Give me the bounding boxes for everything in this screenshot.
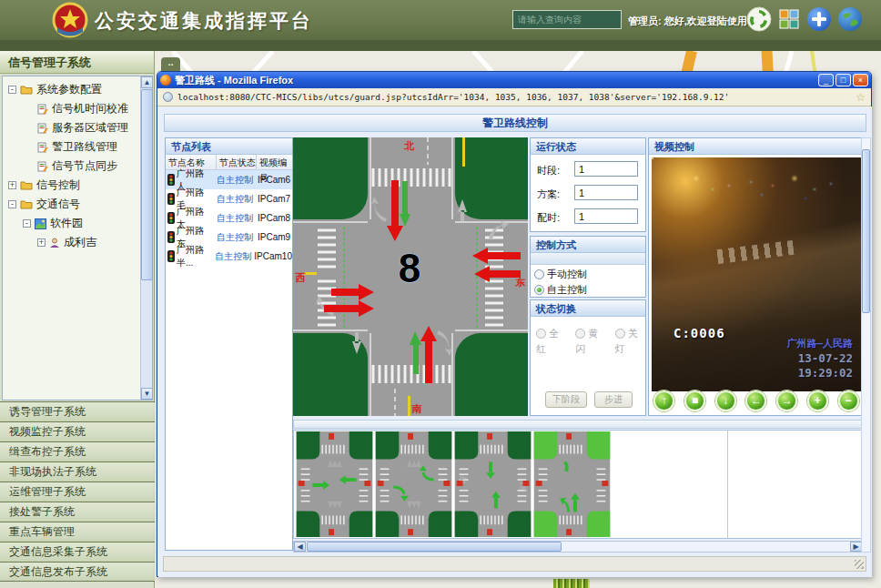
radio-disabled-icon: [536, 329, 546, 339]
west-label: 西: [295, 272, 307, 283]
auto-control-radio[interactable]: 自主控制: [534, 282, 645, 298]
traffic-light-icon: [167, 212, 175, 224]
col-node-status: 节点状态: [217, 155, 257, 169]
sidebar-item-video-surveillance[interactable]: 视频监控子系统: [0, 421, 155, 441]
ptz-stop-button[interactable]: ■: [684, 390, 705, 411]
scroll-down-icon[interactable]: ▼: [141, 388, 153, 400]
document-edit-icon: [37, 142, 48, 153]
tree-item-server-region[interactable]: 服务器区域管理: [5, 118, 139, 137]
app-header: 公安交通集成指挥平台 管理员: 您好,欢迎登陆使用: [0, 0, 881, 40]
phase-thumbnail-3[interactable]: [454, 431, 532, 537]
close-button[interactable]: ×: [853, 74, 868, 86]
radio-selected-icon: [534, 285, 544, 295]
global-search-input[interactable]: [512, 10, 622, 29]
tree-item-system-params[interactable]: - 系统参数配置: [5, 80, 139, 99]
browser-window: 警卫路线 - Mozilla Firefox _ □ × localhost:8…: [157, 71, 872, 577]
timing-label: 配时:: [537, 211, 560, 225]
control-mode-panel: 控制方式 手动控制 自主控制: [530, 236, 646, 298]
globe-icon[interactable]: [837, 6, 863, 32]
sidebar-item-info-collection[interactable]: 交通信息采集子系统: [0, 542, 155, 562]
sidebar-item-guidance[interactable]: 诱导管理子系统: [0, 401, 155, 421]
tree-item-signal-time-sync[interactable]: 信号机时间校准: [5, 99, 139, 118]
phase-strip-header: [293, 420, 863, 429]
page-content: 警卫路线控制 节点列表 节点名称 节点状态 视频编号 广州路人... 自主控制 …: [158, 106, 872, 577]
tree-item-traffic-signal[interactable]: - 交通信号: [5, 195, 139, 214]
phase-strip: ◀ ▶: [293, 420, 863, 553]
window-title: 警卫路线 - Mozilla Firefox: [175, 74, 818, 87]
firefox-icon: [160, 75, 171, 86]
manual-control-radio[interactable]: 手动控制: [534, 267, 645, 282]
tree-item-chengliji[interactable]: + 成利吉: [5, 233, 139, 252]
zoom-in-button[interactable]: +: [807, 390, 828, 411]
expand-icon[interactable]: +: [37, 238, 46, 247]
minimize-button[interactable]: _: [818, 74, 834, 86]
traffic-light-icon: [167, 174, 175, 186]
intersection-diagram: 8 北 南 东 西: [293, 137, 528, 416]
ptz-down-button[interactable]: ↓: [715, 390, 736, 411]
sidebar-item-investigation[interactable]: 缉查布控子系统: [0, 441, 155, 461]
radio-disabled-icon: [615, 329, 625, 339]
yellow-flash-radio: 黄闪: [575, 326, 605, 341]
site-icon: [35, 218, 46, 229]
header-divider: [0, 40, 881, 51]
plan-input[interactable]: [574, 185, 638, 200]
tree-scrollbar[interactable]: ▲ ▼: [140, 76, 152, 400]
scroll-left-icon[interactable]: ◀: [294, 542, 306, 552]
apps-grid-icon[interactable]: [779, 9, 799, 29]
folder-icon: [20, 199, 33, 209]
document-edit-icon: [37, 104, 48, 115]
tree-item-guard-route[interactable]: 警卫路线管理: [5, 137, 139, 157]
ptz-left-button[interactable]: ←: [745, 390, 766, 411]
address-bar[interactable]: localhost:8080/CTC-MICS/libs/utcs/guard.…: [157, 88, 871, 106]
expand-icon[interactable]: +: [8, 181, 16, 189]
url-text[interactable]: localhost:8080/CTC-MICS/libs/utcs/guard.…: [177, 92, 851, 102]
status-switch-title: 状态切换: [531, 300, 645, 317]
ptz-right-button[interactable]: →: [776, 390, 797, 411]
collapse-icon[interactable]: -: [23, 219, 31, 228]
tree-item-node-sync[interactable]: 信号节点同步: [5, 157, 139, 176]
phase-thumbnail-4-active[interactable]: [533, 431, 611, 537]
horizontal-scrollbar[interactable]: ◀ ▶: [293, 541, 863, 553]
desktop: 公安交通集成指挥平台 管理员: 您好,欢迎登陆使用: [0, 0, 881, 588]
zoom-out-button[interactable]: −: [838, 390, 859, 411]
next-stage-button: 下阶段: [545, 391, 587, 408]
tree-item-software-park[interactable]: - 软件园: [5, 214, 139, 233]
resize-grip[interactable]: [855, 560, 864, 569]
step-button: 步进: [594, 391, 633, 408]
all-red-radio: 全红: [536, 326, 566, 341]
sidebar-title: 信号管理子系统: [0, 51, 154, 74]
collapse-tab[interactable]: ..: [161, 57, 180, 71]
sidebar-item-info-publish[interactable]: 交通信息发布子系统: [0, 562, 155, 582]
vertical-scrollbar[interactable]: [861, 137, 871, 553]
welcome-text: 管理员: 您好,欢迎登陆使用: [628, 15, 747, 28]
tree-item-signal-control[interactable]: + 信号控制: [5, 176, 139, 195]
add-icon[interactable]: [806, 6, 832, 32]
video-panel: 视频控制 C:0006 广州路—人民路 13-07-22 19:29:02 ↑ …: [648, 137, 865, 416]
camera-id-overlay: C:0006: [673, 326, 725, 340]
period-label: 时段:: [537, 164, 560, 177]
phase-thumbnail-1[interactable]: [296, 431, 373, 537]
ptz-up-button[interactable]: ↑: [653, 390, 674, 411]
sidebar-item-maintenance[interactable]: 运维管理子系统: [0, 482, 155, 502]
period-input[interactable]: [574, 161, 638, 177]
scrollbar-thumb[interactable]: [307, 542, 562, 552]
phase-thumbnail-2[interactable]: [375, 431, 452, 537]
maximize-button[interactable]: □: [835, 74, 851, 86]
map-marker: [553, 579, 590, 588]
table-row[interactable]: 广州路半... 自主控制 IPCam10: [166, 247, 292, 266]
collapse-icon[interactable]: -: [8, 200, 16, 208]
radio-icon: [534, 269, 544, 279]
sidebar-item-key-vehicles[interactable]: 重点车辆管理: [0, 522, 155, 542]
sidebar-item-alarm-dispatch[interactable]: 接处警子系统: [0, 502, 155, 522]
scrollbar-thumb[interactable]: [141, 89, 153, 280]
timing-input[interactable]: [574, 208, 638, 224]
sidebar-menu: 诱导管理子系统 视频监控子系统 缉查布控子系统 非现场执法子系统 运维管理子系统…: [0, 401, 155, 582]
scrollbar-thumb[interactable]: [862, 149, 870, 313]
collapse-icon[interactable]: -: [8, 86, 16, 94]
bookmark-star-icon[interactable]: ☆: [856, 91, 866, 104]
window-titlebar[interactable]: 警卫路线 - Mozilla Firefox _ □ ×: [157, 72, 871, 88]
refresh-icon[interactable]: [746, 6, 772, 32]
sidebar-item-offsite-enforcement[interactable]: 非现场执法子系统: [0, 461, 155, 482]
scroll-up-icon[interactable]: ▲: [141, 76, 153, 88]
document-edit-icon: [37, 123, 48, 134]
